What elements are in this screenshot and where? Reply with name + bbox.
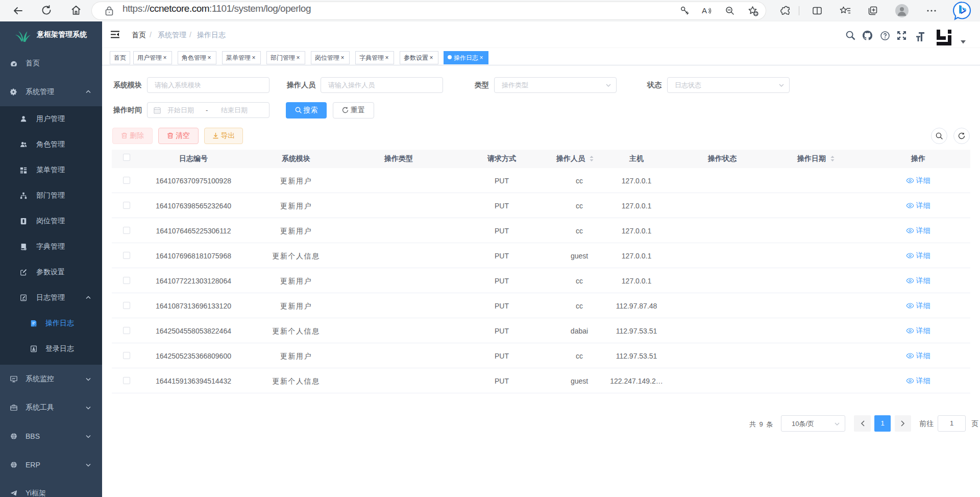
svg-text:A: A [702, 6, 707, 15]
